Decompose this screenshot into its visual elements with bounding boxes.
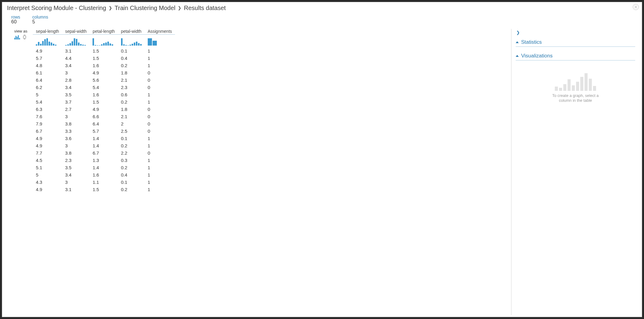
cell[interactable]: 3 [62,69,90,77]
cell[interactable]: 1 [145,142,175,149]
table-row[interactable]: 4.331.10.11 [11,179,175,186]
cell[interactable]: 4.9 [89,106,118,113]
cell[interactable]: 6.4 [89,120,118,128]
cell[interactable]: 1 [145,171,175,179]
cell[interactable]: 4.9 [33,135,62,142]
cell[interactable]: 3.5 [62,164,90,171]
cell[interactable]: 3.4 [62,62,90,69]
cell[interactable]: 6.3 [33,106,62,113]
column-histogram[interactable] [89,35,118,47]
cell[interactable]: 4.9 [33,142,62,149]
table-row[interactable]: 4.931.40.21 [11,142,175,149]
cell[interactable]: 2.8 [62,77,90,84]
statistics-section-header[interactable]: Statistics [516,37,635,47]
cell[interactable]: 0 [145,77,175,84]
cell[interactable]: 5.6 [89,77,118,84]
column-header[interactable]: Assignments [145,27,175,35]
table-row[interactable]: 53.41.60.41 [11,171,175,179]
cell[interactable]: 1 [145,164,175,171]
table-row[interactable]: 4.93.11.50.21 [11,186,175,193]
table-row[interactable]: 6.134.91.80 [11,69,175,77]
column-histogram[interactable] [145,35,175,47]
table-row[interactable]: 4.93.61.40.11 [11,135,175,142]
cell[interactable]: 0 [145,149,175,157]
cell[interactable]: 1.4 [89,142,118,149]
cell[interactable]: 5.4 [33,98,62,106]
cell[interactable]: 1.6 [89,171,118,179]
cell[interactable]: 2.1 [118,113,145,120]
cell[interactable]: 4.9 [33,186,62,193]
table-row[interactable]: 4.52.31.30.31 [11,157,175,164]
cell[interactable]: 2.2 [118,149,145,157]
cell[interactable]: 5 [33,171,62,179]
cell[interactable]: 5.1 [33,164,62,171]
cell[interactable]: 2.3 [62,157,90,164]
cell[interactable]: 7.9 [33,120,62,128]
cell[interactable]: 5.7 [33,55,62,62]
cell[interactable]: 3 [62,113,90,120]
cell[interactable]: 3.8 [62,149,90,157]
cell[interactable]: 4.4 [62,55,90,62]
breadcrumb-level1[interactable]: Interpret Scoring Module - Clustering [7,5,106,12]
table-row[interactable]: 7.93.86.420 [11,120,175,128]
cell[interactable]: 0 [145,84,175,91]
column-header[interactable]: petal-width [118,27,145,35]
cell[interactable]: 7.7 [33,149,62,157]
table-row[interactable]: 7.636.62.10 [11,113,175,120]
cell[interactable]: 1.5 [89,186,118,193]
cell[interactable]: 4.3 [33,179,62,186]
table-row[interactable]: 7.73.86.72.20 [11,149,175,157]
cell[interactable]: 1 [145,47,175,55]
cell[interactable]: 1.6 [89,91,118,98]
cell[interactable]: 0.2 [118,62,145,69]
table-row[interactable]: 6.23.45.42.30 [11,84,175,91]
cell[interactable]: 7.6 [33,113,62,120]
column-header[interactable]: petal-length [89,27,118,35]
cell[interactable]: 5.4 [89,84,118,91]
cell[interactable]: 0.1 [118,135,145,142]
viewas-boxplot-icon[interactable] [23,35,26,39]
cell[interactable]: 1.8 [118,69,145,77]
cell[interactable]: 1 [145,55,175,62]
cell[interactable]: 6.7 [33,128,62,135]
cell[interactable]: 3.4 [62,171,90,179]
cell[interactable]: 1 [145,157,175,164]
table-row[interactable]: 4.93.11.50.11 [11,47,175,55]
cell[interactable]: 0.2 [118,164,145,171]
cell[interactable]: 0 [145,128,175,135]
cell[interactable]: 3.5 [62,91,90,98]
cell[interactable]: 0.6 [118,91,145,98]
cell[interactable]: 3.3 [62,128,90,135]
cell[interactable]: 0 [145,113,175,120]
cell[interactable]: 3.1 [62,47,90,55]
table-row[interactable]: 5.13.51.40.21 [11,164,175,171]
cell[interactable]: 0 [145,106,175,113]
cell[interactable]: 0.4 [118,171,145,179]
table-row[interactable]: 4.83.41.60.21 [11,62,175,69]
cell[interactable]: 1 [145,91,175,98]
cell[interactable]: 6.4 [33,77,62,84]
cell[interactable]: 1 [145,135,175,142]
cell[interactable]: 2.3 [118,84,145,91]
cell[interactable]: 1.5 [89,98,118,106]
table-row[interactable]: 6.42.85.62.10 [11,77,175,84]
viewas-histogram-icon[interactable] [14,35,21,39]
cell[interactable]: 1.4 [89,135,118,142]
cell[interactable]: 2 [118,120,145,128]
cell[interactable]: 2.1 [118,77,145,84]
cell[interactable]: 0.2 [118,186,145,193]
cell[interactable]: 5 [33,91,62,98]
cell[interactable]: 3.6 [62,135,90,142]
cell[interactable]: 6.1 [33,69,62,77]
cell[interactable]: 0.2 [118,142,145,149]
cell[interactable]: 3.1 [62,186,90,193]
column-header[interactable]: sepal-length [33,27,62,35]
cell[interactable]: 6.2 [33,84,62,91]
cell[interactable]: 1.8 [118,106,145,113]
column-histogram[interactable] [33,35,62,47]
cell[interactable]: 2.5 [118,128,145,135]
cell[interactable]: 1 [145,186,175,193]
cell[interactable]: 1.4 [89,164,118,171]
close-button[interactable] [633,4,639,10]
cell[interactable]: 5.7 [89,128,118,135]
